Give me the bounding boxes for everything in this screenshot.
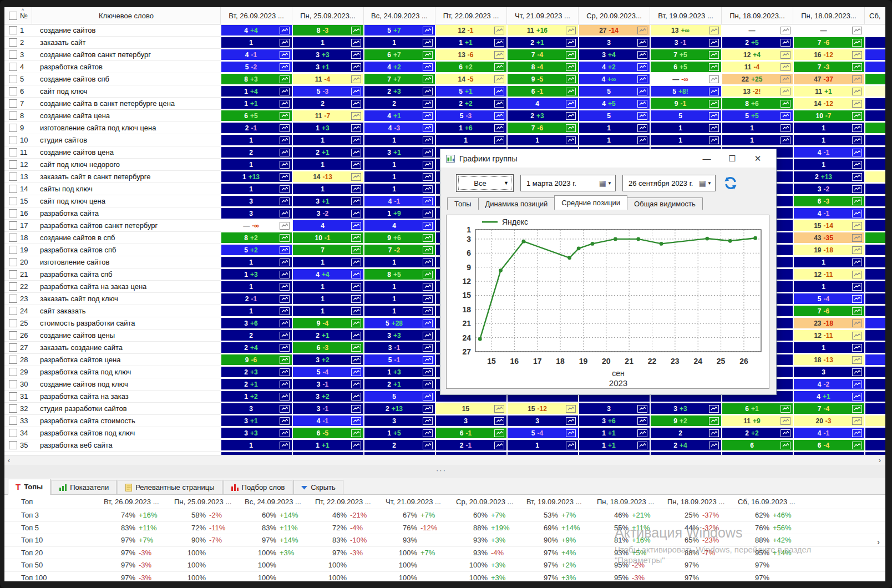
position-cell-partial[interactable] bbox=[865, 403, 885, 415]
position-cell[interactable]: 6+5 bbox=[650, 61, 722, 73]
sparkline-chart-icon[interactable] bbox=[351, 332, 361, 339]
position-cell[interactable]: 1 bbox=[435, 134, 507, 146]
position-cell[interactable]: 4-1 bbox=[221, 49, 292, 61]
position-cell-partial[interactable] bbox=[865, 305, 885, 317]
keyword-cell[interactable]: заказать сайт под ключ bbox=[32, 293, 221, 305]
sparkline-chart-icon[interactable] bbox=[423, 75, 433, 83]
row-checkbox[interactable] bbox=[9, 160, 17, 169]
sparkline-chart-icon[interactable] bbox=[852, 210, 862, 217]
sparkline-chart-icon[interactable] bbox=[280, 320, 290, 327]
sparkline-chart-icon[interactable] bbox=[423, 405, 433, 413]
row-checkbox[interactable] bbox=[9, 404, 17, 413]
sparkline-chart-icon[interactable] bbox=[351, 27, 361, 34]
position-cell[interactable]: 1 bbox=[364, 256, 435, 268]
sparkline-chart-icon[interactable] bbox=[280, 307, 290, 315]
position-cell-partial[interactable] bbox=[865, 49, 885, 61]
position-cell[interactable]: 7-4 bbox=[793, 403, 865, 415]
row-checkbox[interactable] bbox=[9, 258, 17, 266]
position-cell[interactable]: 1 bbox=[292, 305, 364, 317]
sparkline-chart-icon[interactable] bbox=[280, 234, 290, 242]
dialog-title-bar[interactable]: Графики группы — ☐ ✕ bbox=[440, 149, 776, 168]
position-cell[interactable]: 20-3 bbox=[793, 415, 865, 427]
keyword-cell[interactable]: создание сайтов спб bbox=[32, 73, 221, 85]
sparkline-chart-icon[interactable] bbox=[852, 63, 862, 71]
tops-header-date[interactable]: Пн, 18.09.2023 ... bbox=[660, 498, 730, 506]
position-cell[interactable]: 9-5 bbox=[507, 73, 579, 85]
keyword-cell[interactable]: изготовление сайтов bbox=[32, 256, 221, 268]
position-cell[interactable]: 3+3 bbox=[364, 330, 435, 342]
column-header-date[interactable]: Пн, 18.09.2023... bbox=[793, 7, 865, 24]
position-cell[interactable]: 5+5 bbox=[722, 110, 793, 122]
tops-header-date[interactable]: Чт, 21.09.2023 ... bbox=[378, 498, 448, 506]
calendar-icon[interactable]: ▦▼ bbox=[596, 179, 615, 187]
row-checkbox[interactable] bbox=[9, 234, 17, 242]
position-cell[interactable]: 3 bbox=[507, 415, 579, 427]
position-cell[interactable]: 1 bbox=[650, 122, 722, 134]
position-cell[interactable]: 5 bbox=[579, 110, 650, 122]
sparkline-chart-icon[interactable] bbox=[709, 51, 719, 59]
sparkline-chart-icon[interactable] bbox=[423, 295, 433, 303]
sparkline-chart-icon[interactable] bbox=[280, 51, 290, 59]
row-checkbox[interactable] bbox=[9, 417, 17, 425]
position-cell-partial[interactable] bbox=[865, 268, 885, 281]
sparkline-chart-icon[interactable] bbox=[852, 173, 862, 181]
row-checkbox[interactable] bbox=[9, 173, 17, 181]
row-checkbox[interactable] bbox=[9, 50, 17, 59]
position-cell[interactable]: 3-1 bbox=[292, 403, 364, 415]
position-cell[interactable]: 2+1 bbox=[221, 378, 292, 391]
keyword-cell[interactable]: создание сайта цена bbox=[32, 110, 221, 122]
sparkline-chart-icon[interactable] bbox=[351, 258, 361, 266]
position-cell[interactable]: 3 bbox=[435, 415, 507, 427]
sparkline-chart-icon[interactable] bbox=[280, 27, 290, 34]
sparkline-chart-icon[interactable] bbox=[280, 222, 290, 230]
sparkline-chart-icon[interactable] bbox=[566, 27, 576, 34]
position-cell[interactable]: 5 bbox=[650, 110, 722, 122]
position-cell-partial[interactable] bbox=[865, 354, 885, 366]
tops-header-date[interactable]: Сб, 16.09.2023 ... bbox=[730, 498, 800, 506]
position-cell[interactable]: 2 bbox=[221, 146, 292, 159]
position-cell[interactable]: 7-6 bbox=[507, 122, 579, 134]
tops-header-date[interactable]: Вс, 24.09.2023 ... bbox=[237, 498, 307, 506]
sparkline-chart-icon[interactable] bbox=[423, 393, 433, 401]
position-cell[interactable]: 5 bbox=[579, 85, 650, 98]
sparkline-chart-icon[interactable] bbox=[852, 246, 862, 254]
row-checkbox[interactable] bbox=[9, 209, 17, 217]
position-cell-partial[interactable] bbox=[865, 98, 885, 110]
sparkline-chart-icon[interactable] bbox=[351, 173, 361, 181]
position-cell[interactable]: — bbox=[722, 24, 793, 37]
position-cell[interactable]: 1+13 bbox=[221, 171, 292, 183]
position-cell[interactable]: 5-3 bbox=[292, 85, 364, 98]
sparkline-chart-icon[interactable] bbox=[351, 246, 361, 254]
position-cell[interactable]: 6-1 bbox=[435, 427, 507, 439]
position-cell[interactable]: 1 bbox=[722, 122, 793, 134]
position-cell[interactable]: 1 bbox=[579, 134, 650, 146]
sparkline-chart-icon[interactable] bbox=[423, 344, 433, 352]
sparkline-chart-icon[interactable] bbox=[280, 75, 290, 83]
keyword-cell[interactable]: разработка сайта стоимость bbox=[32, 415, 221, 427]
sparkline-chart-icon[interactable] bbox=[423, 356, 433, 364]
keyword-cell[interactable]: заказать создание сайта bbox=[32, 342, 221, 354]
position-cell[interactable]: 22+25 bbox=[722, 73, 793, 85]
sparkline-chart-icon[interactable] bbox=[709, 136, 719, 144]
position-cell[interactable]: 3+6 bbox=[579, 415, 650, 427]
sparkline-chart-icon[interactable] bbox=[637, 39, 647, 47]
sparkline-chart-icon[interactable] bbox=[423, 442, 433, 449]
sparkline-chart-icon[interactable] bbox=[852, 393, 862, 401]
sparkline-chart-icon[interactable] bbox=[566, 417, 576, 425]
position-cell-partial[interactable] bbox=[865, 134, 885, 146]
sparkline-chart-icon[interactable] bbox=[709, 417, 719, 425]
sparkline-chart-icon[interactable] bbox=[351, 39, 361, 47]
position-cell[interactable]: 6 bbox=[722, 439, 793, 452]
keyword-cell[interactable]: разработка сайта bbox=[32, 207, 221, 220]
keyword-cell[interactable]: создание сайтов под ключ bbox=[32, 378, 221, 391]
sparkline-chart-icon[interactable] bbox=[852, 136, 862, 144]
position-cell[interactable]: 2 bbox=[364, 98, 435, 110]
sparkline-chart-icon[interactable] bbox=[280, 39, 290, 47]
position-cell[interactable]: 1 bbox=[221, 439, 292, 452]
position-cell[interactable]: 13+∞ bbox=[650, 24, 722, 37]
position-cell-partial[interactable] bbox=[865, 183, 885, 195]
column-header-date[interactable]: Пн, 25.09.2023... bbox=[292, 7, 364, 24]
position-cell-partial[interactable] bbox=[865, 207, 885, 220]
sparkline-chart-icon[interactable] bbox=[494, 39, 504, 47]
sparkline-chart-icon[interactable] bbox=[566, 51, 576, 59]
